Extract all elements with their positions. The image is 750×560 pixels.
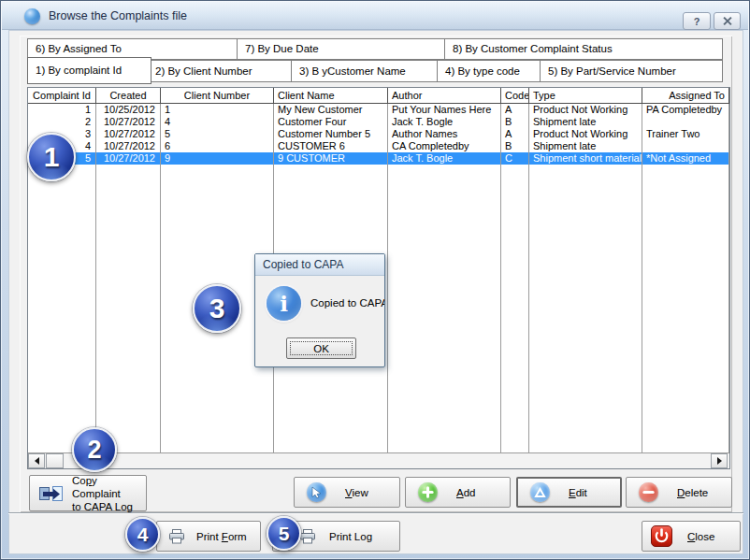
delete-button-label: Delete <box>677 487 708 498</box>
cell-created: 10/27/2012 <box>96 140 161 152</box>
add-button[interactable]: Add <box>405 477 511 508</box>
table-row[interactable]: 1 10/25/2012 1 My New Customer Put Your … <box>28 104 729 116</box>
header-assigned-to: Assigned To <box>642 88 729 103</box>
cell-created: 10/27/2012 <box>96 152 161 165</box>
copy-arrow-icon <box>38 484 64 503</box>
scroll-right-button[interactable] <box>711 453 728 468</box>
header-client-number: Client Number <box>161 88 274 103</box>
info-icon: i <box>267 286 301 321</box>
ok-button[interactable]: OK <box>286 337 356 359</box>
titlebar: Browse the Complaints file ? <box>2 2 748 30</box>
help-button[interactable]: ? <box>683 12 711 30</box>
cell-created: 10/27/2012 <box>96 116 161 128</box>
cell-type: Shipment late <box>529 140 642 152</box>
cell-author: Author Names <box>388 128 501 140</box>
edit-button[interactable]: Edit <box>516 477 622 508</box>
cursor-arrow-icon <box>307 482 326 502</box>
cell-client-number: 6 <box>161 140 274 152</box>
window-title: Browse the Complaints file <box>49 2 187 30</box>
printer-icon <box>299 529 316 544</box>
header-created: Created <box>96 88 161 103</box>
view-button-label: View <box>345 487 368 498</box>
header-complaint-id: Complaint Id <box>28 88 96 103</box>
grid-horizontal-scrollbar[interactable] <box>28 452 729 468</box>
table-row[interactable]: 3 10/27/2012 5 Customer Number 5 Author … <box>28 128 729 140</box>
tab-by-customer-complaint-status[interactable]: 8) By Customer Complaint Status <box>444 38 723 60</box>
dialog-message: Copied to CAPA <box>310 297 385 309</box>
tab-by-due-date[interactable]: 7) By Due Date <box>237 38 445 60</box>
cell-author: Put Your Names Here <box>388 104 501 116</box>
minus-icon <box>639 482 658 502</box>
annotation-circle-2: 2 <box>72 427 117 472</box>
cell-code: A <box>501 104 529 116</box>
cell-client-number: 1 <box>161 104 274 116</box>
scroll-thumb[interactable] <box>46 453 64 468</box>
cell-client-name: Customer Number 5 <box>274 128 388 140</box>
view-button[interactable]: View <box>294 477 400 508</box>
left-arrow-icon <box>31 457 39 465</box>
app-globe-icon <box>24 8 40 24</box>
cell-client-number: 5 <box>161 128 274 140</box>
print-log-label: Print Log <box>329 531 372 542</box>
delete-button[interactable]: Delete <box>626 477 732 508</box>
table-header: Complaint Id Created Client Number Clien… <box>28 88 729 104</box>
scroll-track[interactable] <box>64 453 711 468</box>
power-icon <box>651 525 672 547</box>
edit-button-label: Edit <box>569 487 587 498</box>
tab-by-type-code[interactable]: 4) By type code <box>437 60 541 82</box>
cell-complaint-id: 1 <box>28 104 96 116</box>
right-arrow-icon <box>717 457 726 465</box>
copied-to-capa-dialog: Copied to CAPA i Copied to CAPA OK <box>254 253 385 367</box>
cell-client-name: 9 CUSTOMER <box>274 152 388 165</box>
focus-ring <box>290 341 353 355</box>
annotation-circle-3: 3 <box>193 284 241 333</box>
browse-complaints-window: Browse the Complaints file ? 6) By Assig… <box>0 0 750 560</box>
cell-assigned-to <box>642 140 729 152</box>
annotation-circle-1: 1 <box>27 133 76 181</box>
close-button[interactable]: Close <box>642 521 741 552</box>
cell-code: C <box>501 152 529 165</box>
copy-complaint-to-capa-button[interactable]: Copy Complaint to CAPA Log <box>29 475 147 511</box>
tab-by-complaint-id-active[interactable]: 1) By complaint Id <box>27 57 151 84</box>
table-row-selected[interactable]: 5 10/27/2012 9 9 CUSTOMER Jack T. Bogle … <box>28 152 729 165</box>
cell-client-name: CUSTOMER 6 <box>274 140 388 152</box>
cell-author: CA Completedby <box>388 140 501 152</box>
tab-by-client-number[interactable]: 2) By Client Number <box>147 60 292 82</box>
annotation-circle-5: 5 <box>267 516 301 551</box>
print-form-label: Print Form <box>196 531 247 542</box>
tab-by-part-service-number[interactable]: 5) By Part/Service Number <box>540 60 723 82</box>
cell-type: Shipment late <box>529 116 642 128</box>
question-icon: ? <box>694 16 700 27</box>
cell-type: Product Not Working <box>529 128 642 140</box>
cell-author: Jack T. Bogle <box>388 152 501 165</box>
close-button-label: Close <box>687 531 714 542</box>
cell-type: Product Not Working <box>529 104 642 116</box>
cell-code: B <box>501 140 529 152</box>
header-type: Type <box>529 88 642 103</box>
cell-client-name: My New Customer <box>274 104 388 116</box>
copy-button-label: Copy Complaint to CAPA Log <box>72 474 146 513</box>
cell-client-name: Customer Four <box>274 116 388 128</box>
cell-complaint-id: 2 <box>28 116 96 128</box>
header-code: Code <box>501 88 529 103</box>
cell-assigned-to <box>642 116 729 128</box>
tab-by-customer-name[interactable]: 3) B yCustomer Name <box>291 60 438 82</box>
table-row[interactable]: 4 10/27/2012 6 CUSTOMER 6 CA Completedby… <box>28 140 729 152</box>
cell-client-number: 9 <box>161 152 274 165</box>
cell-assigned-to: *Not Assigned <box>642 152 729 165</box>
cell-created: 10/25/2012 <box>96 104 161 116</box>
cell-code: A <box>501 128 529 140</box>
cell-code: B <box>501 116 529 128</box>
header-client-name: Client Name <box>274 88 388 103</box>
cell-author: Jack T. Bogle <box>388 116 501 128</box>
window-close-button[interactable] <box>714 12 741 30</box>
print-form-button[interactable]: Print Form <box>156 521 261 552</box>
header-author: Author <box>388 88 501 103</box>
cell-type: Shipment short materials <box>529 152 642 165</box>
scroll-left-button[interactable] <box>28 453 45 468</box>
cell-assigned-to: PA Completedby <box>642 104 729 116</box>
close-x-icon <box>722 16 732 26</box>
dialog-titlebar: Copied to CAPA <box>255 254 384 276</box>
edit-triangle-icon <box>530 482 550 502</box>
table-row[interactable]: 2 10/27/2012 4 Customer Four Jack T. Bog… <box>28 116 729 128</box>
